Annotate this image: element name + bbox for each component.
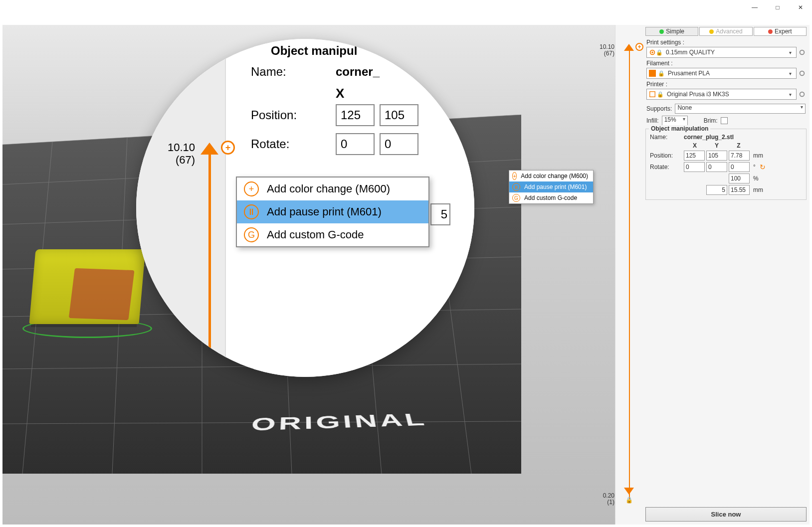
- gcode-icon: G: [512, 194, 520, 202]
- mag-add-marker-icon[interactable]: +: [221, 141, 235, 155]
- mag-partial-input[interactable]: 5: [430, 203, 450, 225]
- mag-rotate-label: Rotate:: [251, 137, 336, 151]
- position-y-input[interactable]: 105: [706, 151, 727, 161]
- rotate-x-input[interactable]: 0: [684, 162, 705, 172]
- printer-label: Printer :: [646, 81, 806, 88]
- layer-slider-column: 10.10(67) + 🔒 0.20(1): [615, 25, 642, 525]
- slider-handle-bottom[interactable]: 🔒: [624, 488, 634, 504]
- side-panel: Simple Advanced Expert Print settings : …: [642, 25, 810, 525]
- mag-name-label: Name:: [251, 65, 336, 79]
- slider-track[interactable]: [629, 47, 630, 500]
- ctx-label: Add color change (M600): [267, 182, 390, 195]
- size-unit: mm: [753, 186, 763, 193]
- printer-icon: [649, 91, 656, 98]
- ctx-label: Add pause print (M601): [267, 205, 382, 218]
- position-unit: mm: [753, 152, 763, 159]
- chevron-down-icon: ▾: [786, 71, 794, 76]
- position-x-input[interactable]: 125: [684, 151, 705, 161]
- scale-unit: %: [753, 175, 759, 182]
- pause-icon: ⏸: [512, 183, 520, 191]
- model-preview[interactable]: [17, 239, 157, 339]
- position-z-input[interactable]: 7.78: [729, 151, 750, 161]
- lock-icon: 🔒: [657, 91, 664, 98]
- ctx-add-color-change[interactable]: + Add color change (M600): [509, 171, 593, 181]
- mag-rotate-y[interactable]: 0: [380, 133, 418, 155]
- mag-ctx-add-custom-gcode[interactable]: G Add custom G-code: [237, 223, 428, 246]
- mode-tab-advanced[interactable]: Advanced: [699, 27, 752, 36]
- ctx-label: Add color change (M600): [521, 173, 588, 179]
- svg-point-15: [651, 51, 653, 53]
- mode-tab-simple[interactable]: Simple: [645, 27, 698, 36]
- mag-position-x[interactable]: 125: [336, 104, 375, 126]
- magnifier-overlay: + 10.10(67) Object manipul Name: corner_…: [136, 39, 474, 377]
- size-y-input[interactable]: 5: [706, 185, 727, 195]
- mag-position-y[interactable]: 105: [380, 104, 418, 126]
- lock-icon: 🔒: [656, 49, 663, 56]
- filament-color-swatch: [649, 70, 656, 77]
- om-position-label: Position:: [650, 152, 684, 159]
- settings-gear-icon[interactable]: [799, 91, 806, 98]
- rotate-z-input[interactable]: 0: [729, 162, 750, 172]
- mag-rotate-x[interactable]: 0: [336, 133, 375, 155]
- infill-label: Infill:: [646, 117, 659, 124]
- supports-label: Supports:: [646, 105, 672, 112]
- settings-gear-icon[interactable]: [799, 49, 806, 56]
- mag-context-menu: + Add color change (M600) ⏸ Add pause pr…: [236, 176, 429, 247]
- chevron-down-icon: ▾: [786, 92, 794, 97]
- slider-top-label: 10.10(67): [596, 44, 614, 57]
- svg-point-17: [800, 71, 805, 76]
- brim-label: Brim:: [704, 117, 718, 124]
- settings-gear-icon[interactable]: [799, 70, 806, 77]
- filament-combo[interactable]: 🔒 Prusament PLA ▾: [646, 68, 797, 79]
- dot-green-icon: [659, 29, 664, 34]
- mag-om-title: Object manipul: [271, 44, 474, 58]
- chevron-down-icon: ▾: [786, 50, 794, 55]
- print-settings-combo[interactable]: 🔒 0.15mm QUALITY ▾: [646, 47, 797, 58]
- mag-ctx-add-pause-print[interactable]: ⏸ Add pause print (M601): [237, 200, 428, 223]
- svg-point-16: [800, 50, 805, 55]
- supports-select[interactable]: None: [675, 104, 806, 114]
- viewport-3d[interactable]: ORIGINAL + 10.10(67) Object manipul: [2, 25, 615, 525]
- model-infill: [69, 268, 135, 320]
- size-z-input[interactable]: 15.55: [729, 185, 750, 195]
- layer-context-menu: + Add color change (M600) ⏸ Add pause pr…: [509, 170, 594, 204]
- ctx-add-custom-gcode[interactable]: G Add custom G-code: [509, 192, 593, 203]
- om-name-label: Name:: [650, 134, 684, 141]
- ctx-add-pause-print[interactable]: ⏸ Add pause print (M601): [509, 181, 593, 192]
- mag-axis-x: X: [336, 86, 474, 101]
- mag-ctx-add-color-change[interactable]: + Add color change (M600): [237, 177, 428, 200]
- reset-rotation-icon[interactable]: ↻: [760, 163, 766, 171]
- ctx-label: Add pause print (M601): [524, 183, 587, 190]
- infill-select[interactable]: 15%: [662, 116, 688, 126]
- print-settings-label: Print settings :: [646, 39, 806, 46]
- om-rotate-label: Rotate:: [650, 164, 684, 171]
- lock-icon: 🔒: [658, 70, 665, 77]
- rotate-unit: °: [753, 164, 756, 171]
- slice-now-button[interactable]: Slice now: [645, 507, 807, 522]
- brim-checkbox[interactable]: [721, 117, 728, 124]
- axis-x-label: X: [684, 142, 706, 149]
- filament-label: Filament :: [646, 60, 806, 67]
- window-close[interactable]: ✕: [789, 0, 812, 15]
- slider-handle-top[interactable]: [624, 44, 634, 51]
- printer-combo[interactable]: 🔒 Original Prusa i3 MK3S ▾: [646, 89, 797, 100]
- pause-icon: ⏸: [244, 204, 259, 219]
- mag-position-label: Position:: [251, 108, 336, 122]
- mag-slider-thumb[interactable]: [201, 143, 218, 155]
- ctx-label: Add custom G-code: [524, 194, 577, 201]
- plus-icon: +: [244, 181, 259, 196]
- model-body: [29, 249, 145, 324]
- window-maximize[interactable]: □: [766, 0, 789, 15]
- axis-y-label: Y: [706, 142, 728, 149]
- axis-z-label: Z: [728, 142, 750, 149]
- rotate-y-input[interactable]: 0: [706, 162, 727, 172]
- scale-z-input[interactable]: 100: [729, 174, 750, 183]
- slider-add-marker-icon[interactable]: +: [635, 43, 643, 51]
- mag-slider-track: [208, 149, 211, 377]
- object-manipulation-group: Object manipulation Name: corner_plug_2.…: [645, 129, 807, 200]
- plus-icon: +: [512, 172, 517, 180]
- window-minimize[interactable]: —: [743, 0, 766, 15]
- gear-icon: [649, 49, 656, 56]
- mode-tab-expert[interactable]: Expert: [754, 27, 807, 36]
- dot-yellow-icon: [709, 29, 714, 34]
